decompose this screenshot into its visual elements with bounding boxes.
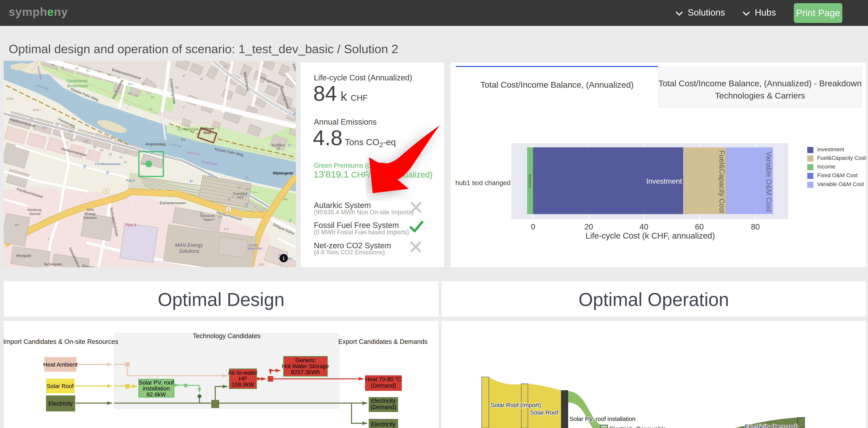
svg-text:15: 15 (223, 65, 227, 68)
svg-text:49: 49 (151, 95, 154, 99)
svg-text:45: 45 (175, 86, 179, 89)
svg-text:Solutions: Solutions (83, 216, 97, 220)
svg-text:Electricity: Electricity (48, 400, 73, 407)
svg-text:Heat 70-80 °C: Heat 70-80 °C (365, 376, 401, 382)
svg-text:319: 319 (223, 227, 228, 230)
svg-text:Technopark: Technopark (43, 262, 62, 266)
svg-text:Technology Candidates: Technology Candidates (193, 332, 260, 340)
svg-text:Puls 5: Puls 5 (126, 223, 136, 227)
svg-text:Westpark: Westpark (16, 254, 31, 258)
svg-text:Heat Ambient: Heat Ambient (43, 362, 78, 368)
svg-text:Escherterrassen: Escherterrassen (160, 201, 186, 205)
svg-text:Tower: Tower (203, 218, 212, 222)
svg-text:Solutions: Solutions (179, 248, 199, 254)
svg-text:P: P (190, 179, 193, 184)
svg-text:90: 90 (93, 145, 96, 148)
svg-text:312: 312 (259, 263, 264, 266)
svg-text:P: P (289, 218, 292, 223)
svg-text:Puls 5: Puls 5 (126, 179, 135, 182)
svg-text:124a: 124a (6, 97, 13, 100)
svg-text:Electricity Renewable: Electricity Renewable (609, 425, 666, 428)
svg-text:P: P (84, 164, 86, 169)
svg-text:Energy: Energy (85, 212, 96, 216)
svg-text:93: 93 (51, 63, 55, 66)
svg-text:Spezial: Spezial (29, 212, 40, 216)
svg-text:3: 3 (183, 106, 184, 109)
svg-text:P: P (288, 143, 291, 148)
svg-text:327: 327 (237, 186, 242, 189)
svg-text:P: P (209, 174, 212, 179)
svg-text:Bar: Bar (181, 138, 186, 141)
svg-text:(Demand): (Demand) (371, 382, 396, 389)
svg-text:P: P (293, 112, 296, 117)
svg-text:74: 74 (123, 161, 127, 164)
svg-text:Solar Roof (Import): Solar Roof (Import) (491, 402, 541, 408)
svg-text:P: P (106, 170, 109, 176)
svg-text:10: 10 (227, 198, 231, 201)
svg-text:Import Candidates & On-site Re: Import Candidates & On-site Resources (4, 338, 118, 345)
svg-text:Electricity (Demand): Electricity (Demand) (745, 423, 798, 428)
svg-text:Electricity: Electricity (371, 421, 396, 427)
svg-text:Solar Roof: Solar Roof (530, 409, 558, 416)
svg-text:12: 12 (231, 195, 235, 198)
svg-text:MAN Energy: MAN Energy (175, 242, 203, 248)
svg-text:122a: 122a (33, 108, 39, 111)
svg-text:Offener: Offener (201, 126, 214, 131)
svg-text:68a: 68a (141, 162, 146, 165)
svg-text:Escher: Escher (249, 243, 258, 247)
svg-text:75: 75 (98, 70, 101, 74)
svg-text:1: 1 (48, 237, 50, 240)
svg-text:55: 55 (134, 94, 138, 97)
svg-text:47: 47 (182, 74, 186, 77)
svg-text:86: 86 (100, 148, 103, 152)
svg-text:HP: HP (239, 375, 247, 382)
svg-text:76: 76 (119, 155, 122, 159)
svg-text:Kreisburo: Kreisburo (272, 144, 285, 147)
svg-text:1: 1 (106, 190, 107, 193)
svg-text:69: 69 (108, 73, 111, 77)
svg-text:81: 81 (86, 69, 90, 72)
svg-text:315: 315 (218, 215, 222, 219)
svg-text:82.6kW: 82.6kW (147, 391, 166, 398)
svg-text:59a: 59a (127, 91, 132, 95)
svg-text:Air-to-water: Air-to-water (228, 370, 258, 376)
svg-text:Export Candidates & Demands: Export Candidates & Demands (338, 338, 428, 345)
svg-text:10: 10 (276, 147, 280, 150)
svg-text:P: P (245, 193, 248, 198)
svg-text:91: 91 (61, 66, 64, 69)
svg-text:Hard: Hard (237, 196, 243, 199)
svg-text:Wyss-Platz: Wyss-Platz (248, 247, 262, 250)
svg-text:3b: 3b (200, 211, 203, 215)
svg-text:Stall: Stall (204, 131, 211, 135)
svg-text:P: P (245, 202, 248, 207)
svg-text:3a: 3a (212, 217, 215, 221)
svg-text:100: 100 (84, 139, 89, 143)
svg-text:i: i (283, 255, 284, 261)
svg-text:(Demand): (Demand) (371, 404, 396, 410)
svg-text:installation: installation (143, 386, 169, 392)
svg-text:82: 82 (109, 152, 112, 156)
svg-text:85: 85 (75, 67, 79, 70)
svg-text:57: 57 (142, 83, 145, 86)
svg-text:106: 106 (68, 130, 73, 133)
svg-text:67: 67 (117, 76, 121, 79)
svg-text:122: 122 (30, 117, 35, 120)
svg-text:Hot Water Storage: Hot Water Storage (282, 363, 329, 369)
svg-text:Ampèresteg: Ampèresteg (145, 142, 165, 146)
svg-text:Generic: Generic (295, 357, 315, 364)
svg-text:MAN: MAN (87, 208, 94, 212)
svg-text:346: 346 (283, 198, 288, 201)
svg-text:Solar PV, roof installation: Solar PV, roof installation (569, 416, 636, 422)
svg-text:Förrlibuckstrasse: Förrlibuckstrasse (95, 162, 120, 166)
svg-text:Electricity: Electricity (371, 398, 396, 404)
svg-text:Abteilung: Abteilung (27, 208, 41, 212)
svg-text:60b: 60b (14, 223, 19, 227)
svg-text:Solar PV, roof: Solar PV, roof (139, 379, 174, 386)
svg-text:24: 24 (245, 176, 249, 179)
svg-text:8257.3kWh: 8257.3kWh (291, 369, 320, 375)
svg-text:Wipkingerbr: Wipkingerbr (273, 171, 293, 175)
svg-text:325: 325 (245, 187, 250, 191)
svg-text:Breitenstein: Breitenstein (67, 84, 88, 88)
svg-text:Solar Roof: Solar Roof (46, 383, 74, 389)
svg-text:5: 5 (170, 94, 172, 97)
